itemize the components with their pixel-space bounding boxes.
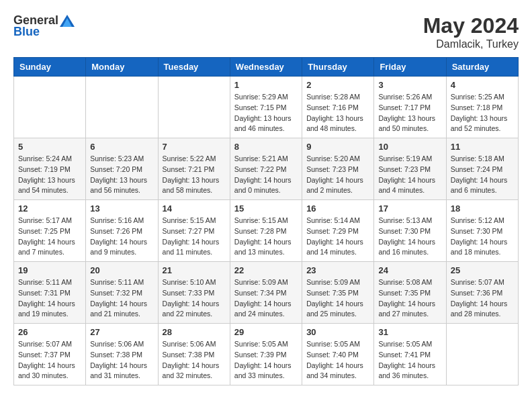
- day-info: Sunrise: 5:22 AMSunset: 7:21 PMDaylight:…: [163, 154, 226, 196]
- day-number: 13: [90, 203, 153, 214]
- day-info: Sunrise: 5:21 AMSunset: 7:22 PMDaylight:…: [234, 154, 298, 196]
- day-number: 1: [234, 80, 298, 90]
- table-row: 23Sunrise: 5:09 AMSunset: 7:35 PMDayligh…: [302, 262, 374, 324]
- day-number: 16: [306, 203, 369, 214]
- title-section: May 2024 Damlacik, Turkey: [423, 13, 519, 50]
- day-number: 24: [378, 265, 441, 275]
- page-header: General Blue May 2024 Damlacik, Turkey: [13, 13, 519, 50]
- calendar-week-row: 26Sunrise: 5:07 AMSunset: 7:37 PMDayligh…: [14, 324, 519, 385]
- day-number: 26: [18, 327, 81, 337]
- day-number: 4: [451, 80, 514, 90]
- logo-text: General Blue: [13, 13, 76, 39]
- table-row: 21Sunrise: 5:10 AMSunset: 7:33 PMDayligh…: [158, 262, 230, 324]
- table-row: 4Sunrise: 5:25 AMSunset: 7:18 PMDaylight…: [446, 77, 518, 138]
- calendar-week-row: 5Sunrise: 5:24 AMSunset: 7:19 PMDaylight…: [14, 138, 519, 200]
- day-number: 28: [163, 327, 226, 337]
- day-number: 8: [234, 142, 298, 152]
- calendar-header-row: Sunday Monday Tuesday Wednesday Thursday…: [14, 58, 519, 77]
- day-number: 23: [306, 265, 369, 275]
- day-info: Sunrise: 5:14 AMSunset: 7:29 PMDaylight:…: [306, 216, 369, 258]
- table-row: 16Sunrise: 5:14 AMSunset: 7:29 PMDayligh…: [302, 200, 374, 262]
- day-number: 5: [18, 142, 81, 152]
- day-info: Sunrise: 5:09 AMSunset: 7:35 PMDaylight:…: [306, 277, 369, 320]
- day-info: Sunrise: 5:16 AMSunset: 7:26 PMDaylight:…: [90, 216, 153, 258]
- day-number: 2: [306, 80, 369, 90]
- day-number: 14: [163, 203, 226, 214]
- header-wednesday: Wednesday: [230, 58, 302, 77]
- table-row: 22Sunrise: 5:09 AMSunset: 7:34 PMDayligh…: [230, 262, 302, 324]
- header-sunday: Sunday: [14, 58, 86, 77]
- day-info: Sunrise: 5:25 AMSunset: 7:18 PMDaylight:…: [451, 92, 514, 134]
- day-info: Sunrise: 5:18 AMSunset: 7:24 PMDaylight:…: [451, 154, 514, 196]
- header-thursday: Thursday: [302, 58, 374, 77]
- table-row: [14, 77, 86, 138]
- day-info: Sunrise: 5:06 AMSunset: 7:38 PMDaylight:…: [90, 339, 153, 381]
- day-number: 27: [90, 327, 153, 337]
- day-number: 15: [234, 203, 298, 214]
- logo: General Blue: [13, 13, 76, 39]
- day-number: 3: [378, 80, 441, 90]
- table-row: 10Sunrise: 5:19 AMSunset: 7:23 PMDayligh…: [374, 138, 446, 200]
- day-info: Sunrise: 5:10 AMSunset: 7:33 PMDaylight:…: [163, 277, 226, 320]
- header-monday: Monday: [86, 58, 158, 77]
- day-info: Sunrise: 5:28 AMSunset: 7:16 PMDaylight:…: [306, 92, 369, 134]
- table-row: 2Sunrise: 5:28 AMSunset: 7:16 PMDaylight…: [302, 77, 374, 138]
- calendar-table: Sunday Monday Tuesday Wednesday Thursday…: [13, 57, 519, 385]
- table-row: 7Sunrise: 5:22 AMSunset: 7:21 PMDaylight…: [158, 138, 230, 200]
- header-friday: Friday: [374, 58, 446, 77]
- table-row: 29Sunrise: 5:05 AMSunset: 7:39 PMDayligh…: [230, 324, 302, 385]
- table-row: 13Sunrise: 5:16 AMSunset: 7:26 PMDayligh…: [86, 200, 158, 262]
- table-row: 9Sunrise: 5:20 AMSunset: 7:23 PMDaylight…: [302, 138, 374, 200]
- day-info: Sunrise: 5:15 AMSunset: 7:27 PMDaylight:…: [163, 216, 226, 258]
- day-info: Sunrise: 5:19 AMSunset: 7:23 PMDaylight:…: [378, 154, 441, 196]
- table-row: 5Sunrise: 5:24 AMSunset: 7:19 PMDaylight…: [14, 138, 86, 200]
- table-row: 3Sunrise: 5:26 AMSunset: 7:17 PMDaylight…: [374, 77, 446, 138]
- day-info: Sunrise: 5:09 AMSunset: 7:34 PMDaylight:…: [234, 277, 298, 320]
- calendar-week-row: 12Sunrise: 5:17 AMSunset: 7:25 PMDayligh…: [14, 200, 519, 262]
- table-row: [158, 77, 230, 138]
- day-info: Sunrise: 5:05 AMSunset: 7:40 PMDaylight:…: [306, 339, 369, 381]
- table-row: 31Sunrise: 5:05 AMSunset: 7:41 PMDayligh…: [374, 324, 446, 385]
- day-number: 12: [18, 203, 81, 214]
- day-info: Sunrise: 5:07 AMSunset: 7:36 PMDaylight:…: [451, 277, 514, 320]
- table-row: 19Sunrise: 5:11 AMSunset: 7:31 PMDayligh…: [14, 262, 86, 324]
- table-row: [86, 77, 158, 138]
- table-row: 26Sunrise: 5:07 AMSunset: 7:37 PMDayligh…: [14, 324, 86, 385]
- day-number: 20: [90, 265, 153, 275]
- calendar-week-row: 19Sunrise: 5:11 AMSunset: 7:31 PMDayligh…: [14, 262, 519, 324]
- table-row: 11Sunrise: 5:18 AMSunset: 7:24 PMDayligh…: [446, 138, 518, 200]
- day-number: 30: [306, 327, 369, 337]
- table-row: 25Sunrise: 5:07 AMSunset: 7:36 PMDayligh…: [446, 262, 518, 324]
- table-row: 8Sunrise: 5:21 AMSunset: 7:22 PMDaylight…: [230, 138, 302, 200]
- day-number: 17: [378, 203, 441, 214]
- day-number: 19: [18, 265, 81, 275]
- day-number: 11: [451, 142, 514, 152]
- day-info: Sunrise: 5:20 AMSunset: 7:23 PMDaylight:…: [306, 154, 369, 196]
- day-info: Sunrise: 5:17 AMSunset: 7:25 PMDaylight:…: [18, 216, 81, 258]
- day-number: 25: [451, 265, 514, 275]
- table-row: 17Sunrise: 5:13 AMSunset: 7:30 PMDayligh…: [374, 200, 446, 262]
- day-info: Sunrise: 5:29 AMSunset: 7:15 PMDaylight:…: [234, 92, 298, 134]
- day-info: Sunrise: 5:23 AMSunset: 7:20 PMDaylight:…: [90, 154, 153, 196]
- day-number: 31: [378, 327, 441, 337]
- table-row: 12Sunrise: 5:17 AMSunset: 7:25 PMDayligh…: [14, 200, 86, 262]
- day-info: Sunrise: 5:07 AMSunset: 7:37 PMDaylight:…: [18, 339, 81, 381]
- day-number: 7: [163, 142, 226, 152]
- header-tuesday: Tuesday: [158, 58, 230, 77]
- day-info: Sunrise: 5:08 AMSunset: 7:35 PMDaylight:…: [378, 277, 441, 320]
- table-row: 14Sunrise: 5:15 AMSunset: 7:27 PMDayligh…: [158, 200, 230, 262]
- day-info: Sunrise: 5:05 AMSunset: 7:39 PMDaylight:…: [234, 339, 298, 381]
- table-row: 24Sunrise: 5:08 AMSunset: 7:35 PMDayligh…: [374, 262, 446, 324]
- calendar-week-row: 1Sunrise: 5:29 AMSunset: 7:15 PMDaylight…: [14, 77, 519, 138]
- day-info: Sunrise: 5:12 AMSunset: 7:30 PMDaylight:…: [451, 216, 514, 258]
- header-saturday: Saturday: [446, 58, 518, 77]
- day-info: Sunrise: 5:05 AMSunset: 7:41 PMDaylight:…: [378, 339, 441, 381]
- day-info: Sunrise: 5:11 AMSunset: 7:31 PMDaylight:…: [18, 277, 81, 320]
- day-info: Sunrise: 5:13 AMSunset: 7:30 PMDaylight:…: [378, 216, 441, 258]
- day-info: Sunrise: 5:11 AMSunset: 7:32 PMDaylight:…: [90, 277, 153, 320]
- day-info: Sunrise: 5:24 AMSunset: 7:19 PMDaylight:…: [18, 154, 81, 196]
- table-row: 28Sunrise: 5:06 AMSunset: 7:38 PMDayligh…: [158, 324, 230, 385]
- table-row: 27Sunrise: 5:06 AMSunset: 7:38 PMDayligh…: [86, 324, 158, 385]
- table-row: 6Sunrise: 5:23 AMSunset: 7:20 PMDaylight…: [86, 138, 158, 200]
- day-number: 9: [306, 142, 369, 152]
